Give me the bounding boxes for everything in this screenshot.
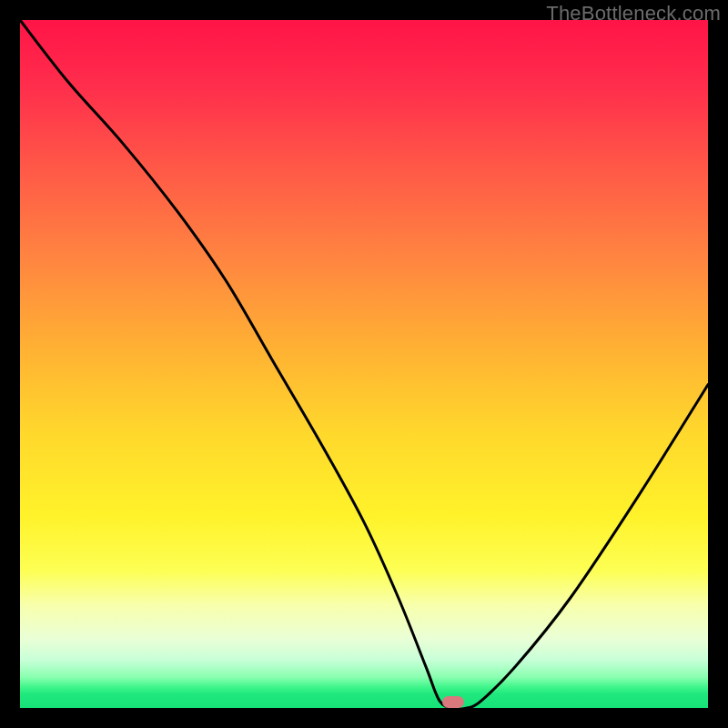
chart-frame: TheBottleneck.com [0, 0, 728, 728]
plot-area [20, 20, 708, 708]
bottleneck-curve [20, 20, 708, 708]
minimum-marker [442, 696, 464, 708]
